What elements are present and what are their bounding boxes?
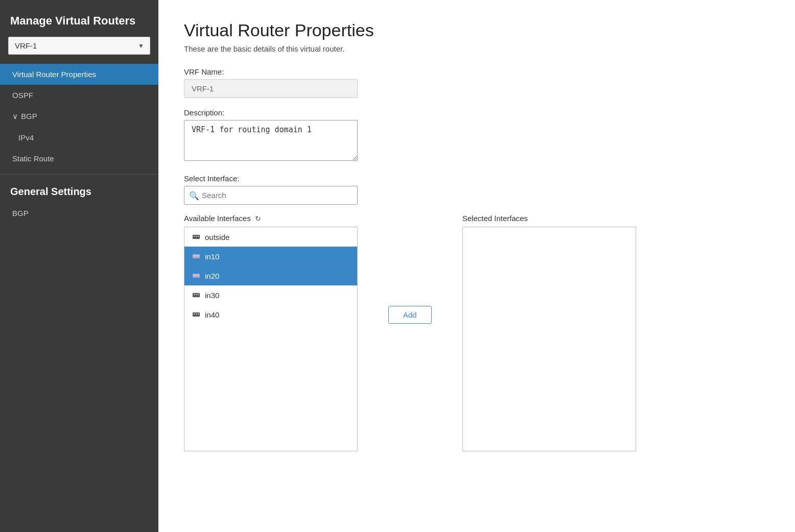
search-icon: 🔍 — [189, 190, 199, 200]
sidebar-dropdown-wrapper: VRF-1 VRF-2 — [0, 37, 158, 64]
search-input[interactable] — [184, 186, 358, 205]
selected-interfaces-header: Selected Interfaces — [462, 214, 636, 223]
vrf-dropdown[interactable]: VRF-1 VRF-2 — [8, 37, 150, 55]
selected-interfaces-column: Selected Interfaces — [462, 214, 636, 451]
svg-rect-9 — [194, 275, 195, 276]
description-textarea[interactable]: VRF-1 for routing domain 1 — [184, 120, 358, 161]
sidebar-item-virtual-router-properties[interactable]: Virtual Router Properties — [0, 64, 158, 85]
interface-label-in20: in20 — [205, 272, 219, 280]
svg-rect-15 — [198, 294, 199, 295]
general-settings-title: General Settings — [0, 174, 158, 203]
sidebar-item-gs-bgp[interactable]: BGP — [0, 203, 158, 224]
sidebar: Manage Virtual Routers VRF-1 VRF-2 Virtu… — [0, 0, 158, 532]
selected-interfaces-label: Selected Interfaces — [462, 214, 528, 223]
svg-rect-10 — [196, 275, 197, 276]
sidebar-dropdown-container[interactable]: VRF-1 VRF-2 — [8, 37, 150, 55]
sidebar-item-ospf[interactable]: OSPF — [0, 85, 158, 106]
select-interface-label: Select Interface: — [184, 174, 769, 183]
interface-item-in40[interactable]: in40 — [184, 305, 357, 324]
interfaces-row: Available Interfaces ↻ outside — [184, 214, 769, 451]
description-label: Description: — [184, 108, 769, 117]
router-icon-in10 — [192, 252, 201, 261]
search-wrapper: 🔍 — [184, 186, 358, 205]
available-interfaces-label: Available Interfaces — [184, 214, 251, 223]
available-interfaces-header: Available Interfaces ↻ — [184, 214, 358, 223]
interface-item-outside[interactable]: outside — [184, 227, 357, 247]
interface-label-in40: in40 — [205, 310, 219, 319]
svg-rect-7 — [198, 255, 199, 256]
sidebar-item-static-route[interactable]: Static Route — [0, 148, 158, 169]
interface-label-outside: outside — [205, 233, 229, 241]
refresh-icon[interactable]: ↻ — [255, 214, 261, 223]
chevron-icon: ∨ — [12, 112, 18, 121]
available-interfaces-list[interactable]: outside in10 — [184, 227, 358, 451]
sidebar-title: Manage Virtual Routers — [0, 0, 158, 37]
svg-rect-2 — [196, 236, 197, 237]
vrf-name-input — [184, 79, 358, 98]
router-icon-in30 — [192, 291, 201, 300]
page-title: Virtual Router Properties — [184, 20, 769, 40]
svg-rect-17 — [194, 313, 195, 315]
sidebar-item-bgp[interactable]: ∨BGP — [0, 106, 158, 127]
interface-label-in30: in30 — [205, 291, 219, 300]
interface-item-in20[interactable]: in20 — [184, 266, 357, 285]
svg-rect-6 — [196, 255, 197, 256]
svg-rect-13 — [194, 294, 195, 295]
router-icon-outside — [192, 232, 201, 241]
interface-label-in10: in10 — [205, 252, 219, 261]
svg-rect-3 — [198, 236, 199, 237]
svg-rect-14 — [196, 294, 197, 295]
svg-rect-18 — [196, 313, 197, 315]
svg-rect-11 — [198, 275, 199, 276]
interface-item-in10[interactable]: in10 — [184, 247, 357, 266]
sidebar-item-ipv4[interactable]: IPv4 — [0, 127, 158, 148]
selected-interfaces-list[interactable] — [462, 227, 636, 451]
interface-item-in30[interactable]: in30 — [184, 285, 357, 305]
svg-rect-5 — [194, 255, 195, 256]
available-interfaces-column: Available Interfaces ↻ outside — [184, 214, 358, 451]
router-icon-in40 — [192, 310, 201, 319]
add-button-wrapper: Add — [378, 306, 442, 324]
sidebar-nav: Virtual Router Properties OSPF ∨BGP IPv4… — [0, 64, 158, 169]
page-subtitle: These are the basic details of this virt… — [184, 44, 769, 53]
svg-rect-1 — [194, 236, 195, 237]
svg-rect-19 — [198, 313, 199, 315]
router-icon-in20 — [192, 271, 201, 280]
vrf-name-label: VRF Name: — [184, 67, 769, 76]
main-content: Virtual Router Properties These are the … — [158, 0, 795, 532]
general-settings-nav: BGP — [0, 203, 158, 224]
add-button[interactable]: Add — [388, 306, 432, 324]
